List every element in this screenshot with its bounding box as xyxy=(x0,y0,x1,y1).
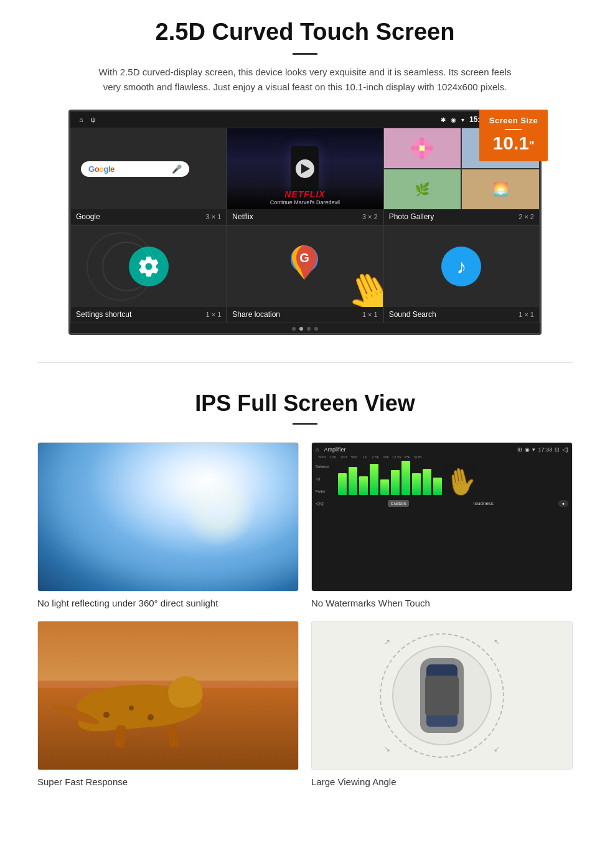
sunlight-label: No light reflecting under 360° direct su… xyxy=(37,598,299,608)
sound-label: Sound Search xyxy=(389,310,436,319)
feature-amplifier: ⌂ Amplifier ⊞ ◉ ▾ 17:33 ⊡ ◁) 60hz xyxy=(311,442,573,608)
sunlight-visual xyxy=(38,443,298,591)
maps-bg: G 🤚 xyxy=(227,226,382,307)
google-bg: Google 🎤 xyxy=(71,128,226,209)
app-cell-sound[interactable]: ♪ Sound Search 1 × 1 xyxy=(383,225,540,323)
amplifier-visual: ⌂ Amplifier ⊞ ◉ ▾ 17:33 ⊡ ◁) 60hz xyxy=(312,443,572,591)
section-ips: IPS Full Screen View No light reflecting… xyxy=(0,375,610,806)
gallery-photo-1 xyxy=(384,128,461,168)
netflix-size: 3 × 2 xyxy=(362,213,378,220)
badge-label: Screen Size xyxy=(484,116,543,125)
amp-bar-5 xyxy=(380,479,389,495)
touch-hand-icon: 🤚 xyxy=(443,466,479,498)
amp-cam: ⊡ xyxy=(555,446,560,453)
netflix-bg: NETFLIX Continue Marvel's Daredevil xyxy=(227,128,382,209)
dot-3 xyxy=(307,327,311,331)
netflix-logo: NETFLIX xyxy=(232,189,377,199)
amp-bar-2 xyxy=(349,467,357,495)
netflix-subtitle: Continue Marvel's Daredevil xyxy=(232,199,377,205)
settings-cell-content xyxy=(71,226,226,307)
google-cell-content: Google 🎤 xyxy=(71,128,226,209)
settings-size: 1 × 1 xyxy=(206,311,222,318)
amp-wifi: ▾ xyxy=(532,446,535,453)
car-body xyxy=(420,658,464,733)
amp-bar-4 xyxy=(370,464,378,495)
car-image: ↗ ↖ ↘ ↙ xyxy=(311,621,573,770)
netflix-overlay: NETFLIX Continue Marvel's Daredevil xyxy=(227,186,382,209)
app-grid: Google 🎤 Google 3 × 1 xyxy=(70,128,540,323)
dot-4 xyxy=(314,327,318,331)
sunlight-image xyxy=(37,442,299,592)
app-cell-google[interactable]: Google 🎤 Google 3 × 1 xyxy=(70,128,227,225)
svg-text:G: G xyxy=(300,251,310,265)
amp-bar-8 xyxy=(412,473,421,495)
badge-size: 10.1" xyxy=(484,134,543,153)
section-divider xyxy=(37,362,573,363)
amp-custom: Custom xyxy=(388,500,409,507)
netflix-play-button[interactable] xyxy=(296,159,314,178)
car-inner-circle xyxy=(392,646,492,745)
amp-bar-6 xyxy=(391,470,400,495)
mic-icon: 🎤 xyxy=(172,164,182,174)
app-cell-netflix[interactable]: NETFLIX Continue Marvel's Daredevil Netf… xyxy=(227,128,383,225)
amp-home-icon: ⌂ xyxy=(316,446,319,453)
gallery-photo-4: 🌅 xyxy=(462,169,539,209)
amp-bar-7 xyxy=(401,461,410,495)
maps-label: Share location xyxy=(232,310,280,319)
screen-size-badge: Screen Size 10.1" xyxy=(479,110,548,161)
google-search-bar[interactable]: Google 🎤 xyxy=(81,161,189,177)
music-note-icon: ♪ xyxy=(456,255,466,278)
netflix-cell-content: NETFLIX Continue Marvel's Daredevil xyxy=(227,128,382,209)
settings-bg xyxy=(71,226,226,307)
flower-icon xyxy=(411,137,433,159)
music-icon-circle: ♪ xyxy=(441,247,481,286)
cheetah-label: Super Fast Response xyxy=(37,776,299,787)
google-label-row: Google 3 × 1 xyxy=(71,209,226,225)
pagination-dots xyxy=(70,323,540,333)
feature-cheetah: Super Fast Response xyxy=(37,621,299,787)
settings-label: Settings shortcut xyxy=(76,310,131,319)
amp-bar-1 xyxy=(338,473,347,495)
badge-underline xyxy=(505,129,522,130)
device-screen: ⌂ ψ ✱ ◉ ▾ 15:06 ⊡ ◁) ⊠ ▭ xyxy=(68,110,542,335)
amplifier-label: No Watermarks When Touch xyxy=(311,598,573,608)
pointing-hand: 🤚 xyxy=(339,264,383,307)
app-cell-settings[interactable]: Settings shortcut 1 × 1 xyxy=(70,225,227,323)
section1-description: With 2.5D curved-display screen, this de… xyxy=(93,65,517,95)
netflix-label-row: Netflix 3 × 2 xyxy=(227,209,382,225)
gallery-label-row: Photo Gallery 2 × 2 xyxy=(384,209,539,225)
amp-icon1: ⊞ xyxy=(517,446,522,453)
amp-toggle: ● xyxy=(558,500,568,507)
amp-header: ⌂ Amplifier ⊞ ◉ ▾ 17:33 ⊡ ◁) xyxy=(316,446,568,453)
maps-cell-content: G 🤚 xyxy=(227,226,382,307)
bluetooth-icon: ✱ xyxy=(441,116,446,123)
section-curved-screen: 2.5D Curved Touch Screen With 2.5D curve… xyxy=(0,0,610,350)
music-bg: ♪ xyxy=(384,226,539,307)
status-bar-left: ⌂ ψ xyxy=(79,116,96,123)
section2-underline xyxy=(293,423,317,425)
amp-bar-3 xyxy=(359,476,368,495)
maps-size: 1 × 1 xyxy=(362,311,378,318)
feature-sunlight: No light reflecting under 360° direct su… xyxy=(37,442,299,608)
gallery-photo-3: 🌿 xyxy=(384,169,461,209)
car-visual: ↗ ↖ ↘ ↙ xyxy=(312,621,572,770)
sound-size: 1 × 1 xyxy=(518,311,534,318)
sound-label-row: Sound Search 1 × 1 xyxy=(384,307,539,323)
gallery-label: Photo Gallery xyxy=(389,212,434,221)
dot-1 xyxy=(292,327,296,331)
amp-time: 17:33 xyxy=(538,446,552,453)
app-cell-maps[interactable]: G 🤚 Share location 1 × 1 xyxy=(227,225,383,323)
feature-car: ↗ ↖ ↘ ↙ Large Viewing Angle xyxy=(311,621,573,787)
amp-bar-9 xyxy=(423,469,431,495)
amplifier-image: ⌂ Amplifier ⊞ ◉ ▾ 17:33 ⊡ ◁) 60hz xyxy=(311,442,573,592)
dot-2 xyxy=(299,327,303,331)
title-underline xyxy=(293,53,317,55)
usb-icon: ψ xyxy=(91,116,96,123)
cheetah-image xyxy=(37,621,299,770)
play-triangle-icon xyxy=(301,164,310,174)
wifi-icon: ▾ xyxy=(461,116,464,123)
google-logo: Google xyxy=(88,164,115,174)
feature-grid: No light reflecting under 360° direct su… xyxy=(37,442,573,787)
car-label: Large Viewing Angle xyxy=(311,776,573,787)
section1-title: 2.5D Curved Touch Screen xyxy=(37,19,573,45)
